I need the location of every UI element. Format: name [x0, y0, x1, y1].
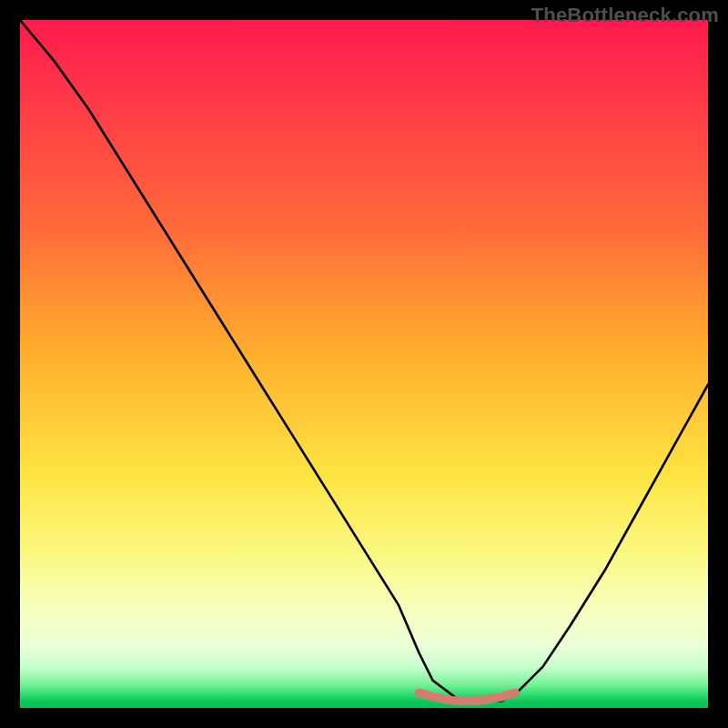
flat-segment	[419, 693, 515, 701]
watermark-text: TheBottleneck.com	[531, 4, 719, 27]
chart-stage: TheBottleneck.com	[0, 0, 728, 728]
bottleneck-curve	[20, 20, 708, 701]
chart-svg	[20, 20, 708, 708]
plot-area	[20, 20, 708, 708]
